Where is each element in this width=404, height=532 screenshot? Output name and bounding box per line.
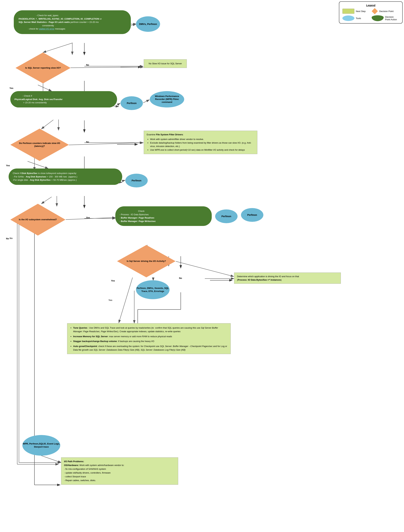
node11-body: OS/Hardware: Work with system admin/hard…	[64, 464, 124, 482]
diamond6-no-label: No	[6, 237, 9, 240]
diamond8-yes-label: Yes	[111, 279, 115, 282]
node3-tool2-oval: Windows Performance Recorder (WPR) Fltmc…	[150, 91, 184, 108]
diamond6-yes-label: Yes	[86, 216, 90, 219]
svg-text:No: No	[10, 237, 13, 240]
svg-line-56	[119, 278, 133, 323]
node9-bullet1: Tune Queries : Use DMVs and SQL Trace an…	[73, 326, 228, 333]
node4-diamond: Do Perfmon counters indicate slow I/O (l…	[10, 129, 69, 161]
svg-line-46	[27, 161, 48, 169]
node4-bullet2: Exclude data/log/backup folders from bei…	[150, 141, 254, 148]
node7-tool2-oval: Perfmon	[241, 208, 263, 222]
node3-tool2-label: Windows Performance Recorder (WPR) Fltmc…	[150, 95, 184, 104]
no-slow-io-rect: No Slow I/O issue for SQL Server	[144, 59, 187, 68]
node1-cloud: - Check for wait_types: PAGEIOLATCH_*, W…	[14, 10, 131, 34]
node9-rect: Tune Queries : Use DMVs and SQL Trace an…	[67, 323, 231, 354]
node8-tool-label: Perfmon, DMVs, Xevents, SQL Trace, DTA, …	[136, 287, 169, 293]
node5-tool-oval: Perfmon	[125, 174, 148, 187]
diamond2-text: Is SQL Server reporting slow I/O?	[15, 52, 71, 83]
node2-diamond: Is SQL Server reporting slow I/O?	[15, 52, 71, 83]
svg-line-43	[143, 100, 150, 103]
svg-line-58	[41, 456, 61, 462]
node4-bullet3: Use WPR.exe to collect short-period(<10 …	[150, 148, 254, 152]
legend-next-step-label: Next Step	[356, 10, 366, 13]
node9-bullet2: Increase Memory for SQL Server: max serv…	[73, 335, 228, 338]
node8-no-rect: Determine which application is driving t…	[234, 272, 341, 284]
node4-no-title: Examine File System Filter Drivers:	[147, 133, 183, 136]
svg-line-45	[69, 143, 143, 145]
node3-tool-label: Perfmon	[127, 102, 137, 105]
node1-tool-oval: DMVs, Perfmon	[136, 16, 160, 32]
node3-tool-oval: Perfmon	[120, 96, 143, 110]
diamond4-no-label: No	[86, 141, 89, 143]
node10-tool-oval: WPR, Perfmon,SQLIO, Event Logs, Storport…	[22, 435, 60, 456]
node7-tool-label: Perfmon	[222, 215, 231, 218]
node4-bullet1: Work with system admin/filter driver ven…	[150, 138, 254, 141]
node11-title: I/O Path Problems:	[64, 460, 84, 463]
legend-decision-shape	[372, 8, 378, 14]
diamond4-yes-label: Yes	[6, 164, 10, 167]
legend-action-shape	[372, 15, 384, 21]
svg-line-38	[131, 24, 136, 25]
svg-text:Yes: Yes	[108, 299, 112, 301]
node3-cloud-text: - Check if Physical/Logical Disk: Avg. D…	[14, 95, 63, 104]
diamond2-yes-label: Yes	[9, 87, 13, 89]
node6-diamond: Is the I/O subsystem overwhelmed?	[10, 204, 65, 235]
svg-line-44	[41, 120, 53, 129]
legend-tools-label: Tools	[356, 17, 361, 20]
legend-title: Legend	[342, 4, 399, 7]
svg-line-47	[123, 180, 125, 181]
node10-tool-label: WPR, Perfmon,SQLIO, Event Logs, Storport…	[22, 442, 60, 449]
svg-line-41	[71, 67, 143, 68]
node7-tool-oval: Perfmon	[215, 209, 238, 223]
no-slow-io-text: No Slow I/O issue for SQL Server	[149, 62, 182, 65]
svg-line-55	[176, 261, 234, 277]
node7-tool2-label: Perfmon	[247, 213, 257, 216]
diamond8-text: Is Sql Server driving the I/O Activity?	[117, 245, 176, 277]
node7-cloud: Check - Process : IO Data Bytes/sec - Bu…	[115, 206, 212, 226]
node8-tool-oval: Perfmon, DMVs, Xevents, SQL Trace, DTA, …	[136, 280, 169, 299]
node3-cloud: - Check if Physical/Logical Disk: Avg. D…	[10, 91, 117, 108]
legend-item-decision-action: Decision Point Action	[372, 15, 399, 21]
legend-decision-label: Decision Point	[379, 10, 393, 13]
node1-cloud-text: - Check for wait_types: PAGEIOLATCH_*, W…	[19, 14, 102, 30]
node8-diamond: Is Sql Server driving the I/O Activity?	[117, 245, 176, 277]
node4-no-rect: Examine File System Filter Drivers: Work…	[144, 131, 257, 154]
node5-tool-label: Perfmon	[132, 179, 142, 182]
legend-item-decision-point: Decision Point	[372, 8, 399, 14]
node5-cloud: Check if Disk Bytes/Sec is close to/beyo…	[9, 169, 122, 185]
legend-grid: Next Step Decision Point Tools Decision …	[342, 8, 399, 21]
diamond6-text: Is the I/O subsystem overwhelmed?	[10, 204, 65, 235]
diamond8-no-label: No	[179, 277, 182, 279]
legend-tools-shape	[342, 15, 354, 21]
legend-next-step-shape	[342, 9, 354, 14]
svg-line-49	[66, 217, 115, 220]
legend-item-next-step: Next Step	[342, 9, 370, 14]
svg-line-42	[117, 103, 120, 105]
legend-item-tools: Tools	[342, 15, 370, 21]
legend-box: Legend Next Step Decision Point Tools De…	[339, 1, 403, 24]
svg-line-48	[41, 197, 52, 204]
node7-cloud-text: Check - Process : IO Data Bytes/sec - Bu…	[119, 210, 156, 222]
svg-line-39	[43, 43, 72, 52]
node5-cloud-text: Check if Disk Bytes/Sec is close to/beyo…	[13, 172, 77, 181]
diamond4-text: Do Perfmon counters indicate slow I/O (l…	[10, 129, 69, 161]
node9-bullet4: Auto grow/Checkpoint: check if these are…	[73, 345, 228, 352]
node11-rect: I/O Path Problems: OS/Hardware: Work wit…	[61, 457, 178, 485]
legend-action-label: Decision Point Action	[385, 16, 399, 21]
svg-line-40	[38, 85, 52, 91]
node8-no-text: Determine which application is driving t…	[237, 275, 299, 281]
diamond2-no-label: No	[86, 64, 89, 66]
node1-tool-label: DMVs, Perfmon	[139, 23, 157, 26]
stalled-io-link[interactable]: stalled I/O error	[39, 27, 54, 30]
node9-bullet3: Stagger backups/change Backup volume: if…	[73, 340, 228, 343]
